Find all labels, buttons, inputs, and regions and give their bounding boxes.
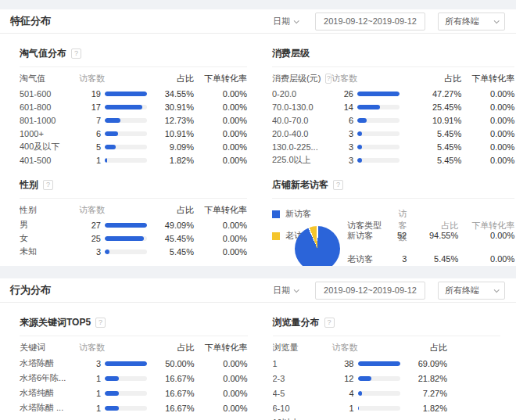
table-row: 4-5 4 7.27% (273, 386, 501, 400)
table-row: 400及以下 5 9.09% 0.00% (20, 140, 247, 153)
bar-track (358, 376, 400, 381)
bar-fill (105, 223, 147, 228)
feature-panel-body: 淘气值分布 ? 淘气值 访客数 占比 下单转化率 501-600 (0, 34, 516, 266)
conversion-percent: 0.00% (194, 116, 247, 125)
row-label: 1 (273, 359, 332, 368)
row-label: 40.0-70.0 (272, 116, 331, 125)
share-percent: 5.45% (414, 142, 461, 152)
date-range-value: 2019-09-12~2019-09-12 (324, 16, 417, 26)
bar-fill (105, 361, 147, 366)
visitor-count: 27 (79, 221, 101, 230)
bar-fill (105, 406, 119, 411)
row-label: 2-3 (273, 374, 332, 383)
taoqi-section: 淘气值分布 ? 淘气值 访客数 占比 下单转化率 501-600 (20, 47, 247, 167)
feature-left-column: 淘气值分布 ? 淘气值 访客数 占比 下单转化率 501-600 (20, 47, 247, 266)
share-percent: 45.45% (147, 234, 194, 243)
share-percent: 69.09% (400, 359, 447, 368)
share-percent: 5.45% (414, 156, 461, 165)
row-label: 水塔纯醋 (20, 387, 79, 399)
share-percent: 49.09% (147, 221, 194, 230)
bar-track (357, 105, 400, 109)
keywords-section: 来源关键词TOP5 ? 关键词 访客数 占比 下单转化率 水塔陈醋 3 (20, 316, 248, 420)
chevron-down-icon (494, 18, 500, 23)
row-label: 601-800 (20, 102, 79, 112)
date-type-dropdown[interactable]: 日期 (273, 285, 298, 296)
col-header: 下单转化率 (458, 220, 514, 232)
visitor-bar-cell: 1 (332, 404, 401, 413)
bar-fill (105, 92, 147, 96)
col-header: 访客数 (79, 204, 147, 216)
visitor-bar-cell: 1 (79, 404, 148, 413)
bar-fill (357, 105, 380, 109)
share-percent: 10.91% (414, 116, 461, 125)
visitor-count: 3 (397, 254, 407, 264)
col-header: 访客数 (331, 73, 414, 84)
help-icon[interactable]: ? (325, 74, 331, 84)
help-icon[interactable]: ? (324, 318, 335, 328)
pageviews-section: 浏览量分布 ? 浏览量 访客数 占比 1 38 (273, 316, 501, 420)
table-row: 130.0-225... 3 5.45% 0.00% (272, 140, 514, 153)
date-type-label: 日期 (273, 16, 290, 27)
visitor-count: 7 (79, 116, 101, 125)
terminal-select[interactable]: 所有终端 (438, 13, 505, 31)
behavior-panel-title: 行为分布 (10, 283, 51, 297)
help-icon[interactable]: ? (71, 48, 81, 59)
help-icon[interactable]: ? (95, 318, 106, 328)
table-row: 水塔纯醋 1 16.67% 0.00% (20, 386, 248, 400)
table-row: 1 38 69.09% (273, 356, 501, 371)
conversion-percent: 0.00% (195, 359, 248, 368)
bar-track (105, 105, 147, 109)
table-row: 40.0-70.0 6 10.91% 0.00% (272, 113, 514, 127)
legend-swatch (272, 232, 280, 240)
col-header: 性别 (20, 204, 79, 216)
bar-fill (105, 131, 118, 136)
bar-fill (358, 361, 400, 366)
row-label: 801-1000 (20, 116, 79, 125)
conversion-percent: 0.00% (461, 116, 514, 125)
legend-label: 新访客 (285, 208, 311, 220)
share-percent: 47.27% (414, 89, 461, 99)
visitor-count: 3 (79, 247, 101, 257)
legend-item[interactable]: 新访客 (272, 208, 347, 220)
bar-fill (358, 406, 359, 411)
date-range-picker[interactable]: 2019-09-12~2019-09-12 (315, 13, 425, 31)
bar-track (357, 158, 400, 163)
date-type-dropdown[interactable]: 日期 (273, 16, 298, 27)
chevron-down-icon (494, 287, 500, 293)
row-label: 10以上 (273, 417, 332, 420)
date-range-picker[interactable]: 2019-09-12~2019-09-12 (315, 282, 425, 300)
pageviews-section-title: 浏览量分布 (273, 316, 320, 329)
share-percent: 16.67% (148, 404, 195, 413)
visitor-count: 1 (79, 374, 101, 383)
visitor-bar-cell: 12 (332, 374, 401, 383)
visitor-count: 38 (332, 359, 354, 368)
visitor-count: 19 (79, 89, 101, 99)
col-header: 占比 (147, 204, 194, 216)
chevron-down-icon (294, 287, 299, 293)
consume-table-header: 消费层级(元) ? 访客数 占比 下单转化率 (272, 70, 514, 87)
bar-fill (358, 391, 363, 396)
behavior-panel-header: 行为分布 日期 2019-09-12~2019-09-12 所有终端 (0, 278, 516, 303)
conversion-percent: 0.00% (458, 231, 514, 240)
bar-track (105, 118, 147, 123)
help-icon[interactable]: ? (43, 180, 53, 190)
bar-fill (105, 105, 142, 109)
visitor-bar-cell: 26 (331, 89, 414, 99)
help-icon[interactable]: ? (333, 180, 343, 190)
bar-track (357, 118, 400, 123)
new-old-section-title: 店铺新老访客 (272, 178, 328, 192)
col-header: 访客数 (79, 342, 148, 354)
divider (272, 198, 514, 199)
table-row: 未知 3 5.45% 0.00% (20, 245, 247, 258)
bar-track (105, 145, 147, 149)
col-header: 下单转化率 (461, 73, 514, 84)
terminal-select[interactable]: 所有终端 (438, 282, 505, 300)
bar-track (357, 92, 400, 96)
conversion-percent: 0.00% (194, 89, 247, 99)
table-row: 1000+ 6 10.91% 0.00% (20, 127, 247, 140)
share-percent: 12.73% (147, 116, 194, 125)
visitor-count: 14 (331, 102, 353, 112)
bar-track (105, 158, 147, 163)
table-row: 男 27 49.09% 0.00% (20, 218, 247, 232)
bar-fill (105, 145, 116, 149)
